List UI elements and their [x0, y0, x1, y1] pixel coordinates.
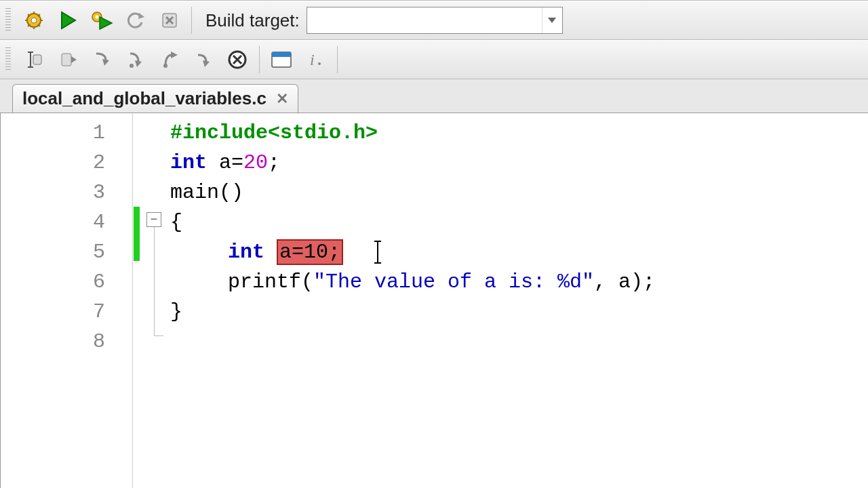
code-area[interactable]: − #include<stdio.h> int a=20; main() { i… — [133, 113, 868, 488]
svg-marker-13 — [100, 17, 112, 29]
run-to-cursor-button[interactable] — [53, 45, 83, 75]
next-instruction-button[interactable] — [189, 45, 218, 75]
code-line-5: int a=10; — [228, 241, 378, 264]
svg-point-9 — [31, 18, 37, 23]
code-line-3: main() — [170, 182, 243, 203]
code-line-4: { — [170, 212, 182, 232]
run-button[interactable] — [53, 5, 83, 35]
info-button[interactable]: i — [300, 45, 330, 75]
code-line-2: int a=20; — [170, 152, 280, 173]
tab-title: local_and_global_variables.c — [22, 88, 267, 109]
svg-marker-25 — [171, 52, 178, 58]
abort-button[interactable] — [155, 5, 184, 35]
code-line-7: } — [170, 302, 182, 322]
rebuild-button[interactable] — [121, 5, 151, 35]
svg-text:i: i — [310, 51, 315, 68]
build-button[interactable] — [19, 5, 49, 35]
stop-debugger-button[interactable] — [222, 45, 252, 75]
fold-toggle[interactable]: − — [146, 212, 161, 227]
chevron-down-icon — [542, 7, 562, 33]
svg-marker-22 — [102, 59, 109, 66]
toolbar-separator — [191, 7, 192, 34]
fold-guide-end — [154, 336, 163, 336]
build-and-run-button[interactable] — [87, 5, 117, 35]
build-target-combo[interactable] — [307, 7, 563, 34]
code-line-6: printf("The value of a is: %d", a); — [228, 272, 655, 292]
svg-marker-18 — [548, 18, 556, 23]
next-line-button[interactable] — [87, 45, 117, 75]
svg-point-34 — [318, 62, 321, 65]
editor-tabs: local_and_global_variables.c ✕ — [0, 79, 868, 113]
line-number: 1 — [78, 121, 105, 144]
debug-toolbar: i — [0, 40, 868, 79]
build-target-label: Build target: — [199, 10, 302, 31]
code-editor[interactable]: 1 2 3 4 5 6 7 8 − #include<stdio.h> int … — [0, 113, 868, 488]
svg-point-24 — [130, 64, 134, 68]
line-number: 7 — [78, 300, 105, 323]
debug-start-button[interactable] — [19, 45, 49, 75]
svg-rect-20 — [62, 54, 71, 66]
line-number: 2 — [78, 151, 105, 174]
code-line-1: #include<stdio.h> — [170, 123, 378, 143]
toolbar-grip — [5, 8, 11, 33]
selection-highlight: a=10; — [277, 239, 343, 265]
svg-marker-27 — [203, 60, 210, 67]
line-number: 8 — [78, 330, 105, 353]
close-icon[interactable]: ✕ — [276, 90, 288, 108]
step-into-button[interactable] — [121, 45, 151, 75]
svg-rect-32 — [272, 52, 291, 57]
svg-marker-23 — [135, 60, 142, 67]
line-number: 6 — [78, 270, 105, 293]
text-cursor — [377, 241, 378, 264]
svg-marker-10 — [62, 12, 75, 28]
svg-point-12 — [96, 16, 99, 19]
debugging-windows-button[interactable] — [267, 45, 296, 75]
svg-marker-14 — [138, 13, 144, 19]
line-number: 3 — [78, 181, 105, 204]
fold-guide — [154, 227, 155, 336]
step-out-button[interactable] — [155, 45, 184, 75]
svg-point-26 — [163, 64, 167, 68]
line-number: 4 — [78, 211, 105, 234]
toolbar-separator — [259, 46, 260, 73]
toolbar-grip — [5, 47, 11, 72]
change-marker — [134, 207, 140, 261]
file-tab[interactable]: local_and_global_variables.c ✕ — [12, 84, 298, 113]
svg-marker-21 — [71, 56, 77, 63]
line-number: 5 — [78, 241, 105, 264]
build-toolbar: Build target: — [0, 1, 868, 40]
svg-rect-19 — [33, 55, 41, 64]
line-gutter: 1 2 3 4 5 6 7 8 — [1, 113, 133, 488]
toolbar-separator — [337, 46, 338, 73]
